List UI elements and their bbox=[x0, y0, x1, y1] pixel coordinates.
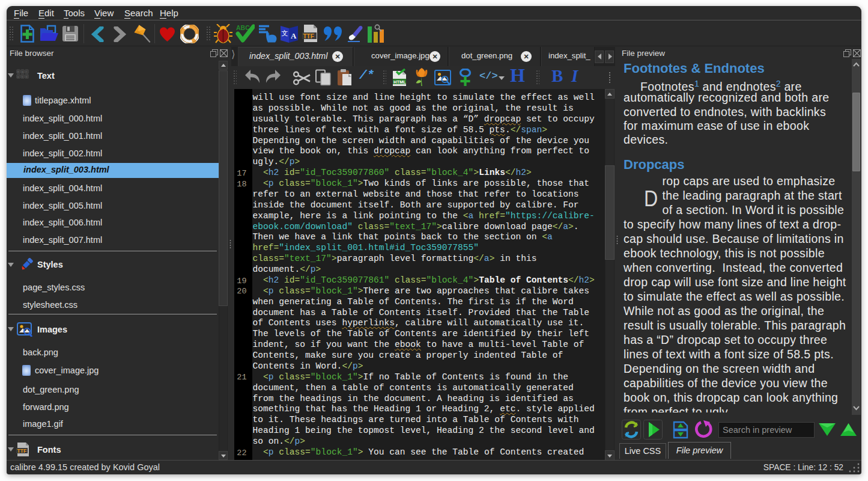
svg-text:HTML: HTML bbox=[393, 79, 406, 85]
svg-text:ABC: ABC bbox=[236, 24, 250, 31]
svg-text:TTF: TTF bbox=[17, 448, 27, 454]
svg-text:文: 文 bbox=[282, 29, 288, 37]
svg-text:A: A bbox=[291, 31, 297, 40]
svg-text:TTF: TTF bbox=[303, 33, 314, 40]
